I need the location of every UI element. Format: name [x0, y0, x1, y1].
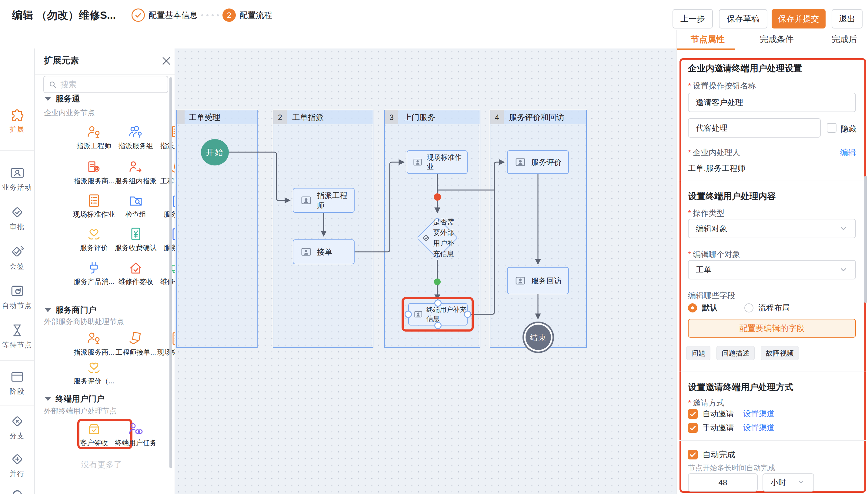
tab-complete-condition[interactable]: 完成条件 [760, 30, 794, 50]
section2-title: 设置终端用户处理内容 [688, 190, 776, 203]
palette-item[interactable]: 指派服务商... [71, 160, 117, 186]
doc-person-icon [87, 160, 101, 175]
rail-item-wait-node[interactable]: 等待节点 [0, 323, 34, 350]
palette-item[interactable]: 服务产品消... [71, 261, 117, 286]
palette-item[interactable]: 工程师接单... [113, 331, 158, 357]
chevron-down-icon [839, 265, 848, 274]
tab-node-properties[interactable]: 节点属性 [691, 30, 725, 50]
diamond-check-icon [10, 205, 25, 220]
section-caption: 企业内业务节点 [44, 108, 95, 118]
node-accept-order[interactable]: 接单 [293, 240, 354, 264]
section-caption: 外部终端用户处理节点 [44, 406, 117, 416]
section-enduser-portal[interactable]: 终端用户门户 [44, 393, 104, 404]
rail-item-start[interactable]: 开始 [0, 487, 34, 494]
config-fields-button[interactable]: 配置要编辑的字段 [688, 319, 856, 338]
palette-item[interactable]: 服务评价 [71, 227, 117, 252]
op-type-label: *操作类型 [688, 208, 724, 218]
node-handle-right[interactable] [464, 311, 471, 318]
radio-layout[interactable] [744, 303, 753, 312]
rail-item-parallel[interactable]: 并行 [0, 452, 34, 478]
save-submit-button[interactable]: 保存并提交 [772, 9, 826, 28]
tag-problem: 问题 [686, 346, 710, 360]
rail-item-business-activity[interactable]: 业务活动 [0, 165, 34, 192]
palette-item[interactable]: 服务收费确认 [113, 227, 158, 252]
node-onsite-standard-work[interactable]: 现场标准作业 [407, 150, 468, 174]
palette-item[interactable]: 服务评价（... [71, 360, 117, 386]
invite-manual-row: 手动邀请 设置渠道 [688, 422, 775, 433]
inspector-scrollbar[interactable] [864, 176, 867, 303]
invite-auto-row: 自动邀请 设置渠道 [688, 408, 775, 419]
decision-content: 是否需 要外部 用户补 充信息 [416, 217, 460, 259]
active-tab-underline [677, 49, 735, 50]
person-badge-icon [514, 276, 526, 286]
palette-item[interactable]: 检查组 [113, 193, 158, 219]
palette-item-enduser-task[interactable]: 终端用户任务 [113, 422, 158, 448]
step2-number: 2 [223, 8, 236, 22]
target-label: *编辑哪个对象 [688, 249, 740, 260]
person-badge-icon [514, 157, 526, 167]
node-service-evaluate[interactable]: 服务评价 [507, 150, 569, 174]
auto-complete-checkbox[interactable] [688, 450, 698, 459]
manual-invite-checkbox[interactable] [688, 423, 698, 433]
manual-channel-link[interactable]: 设置渠道 [743, 422, 775, 433]
rail-item-branch[interactable]: 分支 [0, 414, 34, 441]
exit-button[interactable]: 退出 [832, 9, 863, 28]
collapse-triangle-icon [44, 308, 51, 312]
hide-checkbox[interactable] [827, 123, 836, 133]
auto-channel-link[interactable]: 设置渠道 [743, 408, 775, 419]
palette-item[interactable]: 维修件签收 [113, 261, 158, 286]
target-select[interactable]: 工单 [688, 260, 856, 280]
section-provider-portal[interactable]: 服务商门户 [44, 305, 96, 316]
tab-after-complete[interactable]: 完成后 [832, 30, 857, 50]
person-badge-icon [300, 195, 312, 206]
window-icon [10, 369, 25, 384]
palette-item[interactable]: 指派服务商... [71, 331, 117, 357]
rail-item-auto-node[interactable]: 自动节点 [0, 283, 34, 310]
list-icon [87, 193, 101, 208]
flow-canvas[interactable]: 工单受理 2 工单指派 3 上门服务 4 服务评价和回访 [175, 49, 676, 494]
person-wrench-icon [87, 125, 101, 139]
rail-item-countersign[interactable]: 会签 [0, 244, 34, 271]
btn-name-input[interactable]: 邀请客户处理 [688, 93, 856, 112]
node-service-revisit[interactable]: 服务回访 [507, 267, 569, 294]
node-type-rail: 扩展 业务活动 审批 会签 自动节点 等待节点 阶段 分支 并行 开始 结束 [0, 49, 35, 494]
house-check-icon [129, 261, 143, 275]
radio-default[interactable] [688, 303, 697, 312]
palette-item[interactable]: 指派服务组 [113, 125, 158, 151]
search-input[interactable]: 搜索 [43, 76, 168, 93]
palette-item[interactable]: 现场标准作业 [71, 193, 117, 219]
duration-caption: 节点开始多长时间自动完成 [688, 463, 775, 473]
rail-item-approval[interactable]: 审批 [0, 205, 34, 231]
palette-item[interactable]: 服务组内指派 [113, 160, 158, 186]
close-icon[interactable] [161, 55, 172, 67]
save-draft-button[interactable]: 保存草稿 [719, 9, 767, 28]
edit-link[interactable]: 编辑 [840, 147, 856, 158]
duration-input[interactable]: 48 [688, 473, 758, 492]
prev-step-button[interactable]: 上一步 [673, 9, 713, 28]
people-wrench-icon [129, 125, 143, 139]
end-node[interactable]: 结束 [522, 322, 554, 353]
page-title: 编辑 （勿改）维修S... [12, 0, 116, 30]
palette-item[interactable]: 指派工程师 [71, 125, 117, 151]
step2-label: 配置流程 [239, 10, 272, 21]
auto-invite-checkbox[interactable] [688, 409, 698, 419]
rail-item-stage[interactable]: 阶段 [0, 369, 34, 396]
circle-icon [10, 487, 25, 494]
node-handle-top[interactable] [434, 300, 442, 307]
inspector-panel: 节点属性 完成条件 完成后 企业内邀请终端用户处理设置 *设置操作按钮名称 邀请… [676, 30, 868, 494]
yen-doc-icon [129, 227, 143, 241]
palette-scrollbar[interactable] [169, 77, 172, 468]
node-assign-engineer[interactable]: 指派工程师 [293, 188, 354, 213]
invite-label: *邀请方式 [688, 398, 724, 408]
node-handle-bottom[interactable] [434, 322, 442, 329]
start-node[interactable]: 开始 [201, 139, 229, 166]
step1-check-icon [132, 8, 145, 22]
section-caption: 外部服务商协助处理节点 [44, 317, 124, 326]
section-fuwutong[interactable]: 服务通 [44, 93, 80, 104]
btn-name2-input[interactable]: 代客处理 [688, 118, 821, 138]
duration-unit-select[interactable]: 小时 [763, 473, 814, 492]
person-badge-icon [413, 310, 423, 319]
rail-item-extensions[interactable]: 扩展 [0, 107, 34, 134]
node-handle-left[interactable] [405, 311, 412, 318]
op-type-select[interactable]: 编辑对象 [688, 219, 856, 238]
